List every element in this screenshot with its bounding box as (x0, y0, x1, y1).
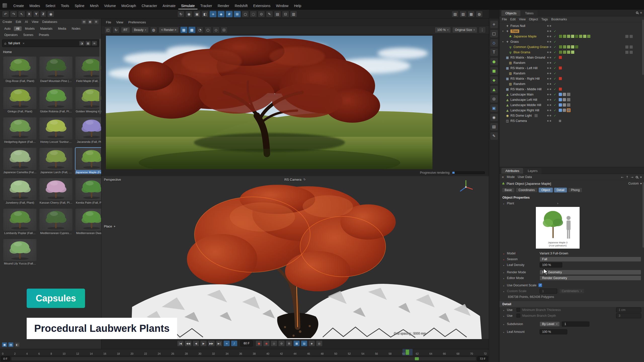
enabled-check-icon[interactable]: ✓ (554, 72, 556, 75)
key-position-button[interactable]: ◇ (271, 340, 277, 346)
goto-start-button[interactable]: |◀ (177, 340, 184, 346)
om-menu-item[interactable]: View (519, 18, 526, 21)
workplane-mode-button[interactable]: ✎ (266, 11, 273, 17)
landscape-tag-icons[interactable] (559, 93, 571, 96)
anim-dot[interactable] (502, 257, 505, 261)
viewport-camera-label[interactable]: RS Camera↻ (284, 178, 306, 182)
anim-dot[interactable] (502, 314, 505, 318)
restart-render-icon[interactable]: ↻ (112, 27, 119, 33)
object-tree-row[interactable]: RS Matrix - Right Hill ✓ (499, 76, 644, 81)
autokey-button[interactable]: ◉ (263, 340, 270, 346)
enabled-check-icon[interactable]: ✓ (554, 98, 556, 102)
info-icon[interactable]: ⊡ (221, 27, 228, 33)
leaf-amount-field[interactable]: 100 % (540, 329, 567, 334)
attr-lock-icon[interactable]: ▾ (640, 175, 642, 179)
asset-plant-item[interactable]: Field Maple (Fall, Plant) (75, 56, 101, 83)
material-swatches[interactable] (559, 50, 575, 54)
prev-key-button[interactable]: ◀◀ (185, 340, 192, 346)
guides-toggle[interactable]: ◌ (250, 11, 257, 17)
pointer-icon[interactable]: ↖ (18, 11, 25, 17)
asset-plant-item[interactable]: Honey Locust 'Sunbur… (39, 117, 73, 144)
record-button[interactable]: ● (256, 340, 262, 346)
menu-item[interactable]: Render (215, 3, 232, 9)
custom-scale-unit-dropdown[interactable]: Centimeters▾ (559, 289, 584, 294)
range-start-field[interactable]: 0 F (1, 356, 10, 361)
object-label[interactable]: Grass (510, 40, 519, 43)
enabled-check-icon[interactable]: ✓ (554, 77, 556, 80)
visibility-dots[interactable] (547, 41, 551, 42)
object-label[interactable]: Blue Grama (513, 51, 530, 54)
menu-item[interactable]: Animate (160, 3, 178, 9)
enabled-check-icon[interactable]: ✓ (554, 51, 556, 54)
object-label[interactable]: Random (513, 61, 525, 65)
menu-item[interactable]: Redshift (232, 3, 250, 9)
search-icon[interactable] (636, 12, 638, 14)
anim-dot[interactable] (502, 289, 505, 293)
object-label[interactable]: RS Dome Light (510, 114, 532, 117)
filter-icon[interactable]: ◑ (79, 41, 84, 46)
enabled-check-icon[interactable]: ✓ (554, 103, 556, 107)
spherical-camera-icon[interactable]: ◉ (490, 114, 498, 121)
redshift-matrix-icon[interactable] (559, 66, 562, 70)
zoom-dropdown[interactable]: 100 %▾ (435, 27, 451, 33)
render-picture-viewer-button[interactable]: ◉ (185, 11, 192, 17)
size-dropdown[interactable]: Original Size▾ (452, 27, 477, 33)
take-icon[interactable]: ▤ (490, 123, 498, 130)
object-tree-row[interactable]: RS Matrix - Main Ground ✓ (499, 55, 644, 60)
asset-filter-chip[interactable]: Presets (36, 33, 51, 37)
asset-filter-chip[interactable]: All (14, 26, 22, 31)
redshift-matrix-icon[interactable] (559, 77, 562, 80)
pv-menu-view[interactable]: View (116, 20, 123, 24)
asset-filter-chip[interactable]: Nodes (69, 26, 83, 31)
search-query[interactable]: fall plant (8, 41, 20, 45)
interactive-render-button[interactable]: ◧ (202, 11, 209, 17)
field-force-icon[interactable]: ◆ (490, 76, 498, 84)
sound-toggle-button[interactable]: ♪ (231, 340, 237, 346)
simulation-sphere-icon[interactable]: ● (490, 58, 498, 65)
asset-plant-item[interactable]: Golden Weeping Willo… (75, 86, 101, 114)
object-label[interactable]: RS Matrix - Left Hill (510, 66, 538, 70)
visibility-dots[interactable] (547, 104, 551, 106)
menu-item[interactable]: Simulate (178, 3, 197, 9)
asset-filter-chip[interactable]: Scenes (21, 33, 35, 37)
mode-tab[interactable]: Mode (507, 175, 515, 179)
attribute-tab-chip[interactable]: Phong (568, 188, 582, 193)
history-forward-icon[interactable]: → (631, 175, 633, 179)
custom-label[interactable]: Custom (628, 182, 639, 185)
history-up-icon[interactable]: ↑ (626, 175, 628, 179)
render-pass-dropdown[interactable]: Beauty▾ (132, 27, 149, 33)
asset-search-bar[interactable]: ⌂ fall plant × ◑ ▦ ≡ (2, 39, 99, 47)
om-menu-item[interactable]: File (502, 18, 507, 21)
asset-filter-chip[interactable]: Operators (2, 33, 20, 37)
anim-dot[interactable] (502, 276, 505, 280)
max-branch-field[interactable]: 3 (616, 313, 641, 318)
asset-plant-item[interactable]: Globe Robinia (Fall, Pl… (39, 86, 73, 114)
menu-item[interactable]: Mesh (87, 3, 101, 9)
menu-item[interactable]: Help (291, 3, 304, 9)
workplane-toggle[interactable]: ⊞ (234, 11, 241, 17)
enabled-check-icon[interactable]: ✓ (554, 61, 556, 65)
list-view-icon[interactable]: ▤ (82, 20, 87, 24)
anim-dot[interactable] (502, 263, 505, 267)
layout-standard-icon[interactable]: ▧ (452, 11, 459, 17)
object-tree-row[interactable]: ▾ Tree ✓ (499, 28, 644, 34)
asset-scrollbar[interactable] (99, 39, 101, 114)
menu-item[interactable]: Character (139, 3, 160, 9)
asset-plant-item[interactable]: Mediterranean Cypres… (39, 208, 73, 235)
object-tree-row[interactable]: ▾ Grass ✓ (499, 39, 644, 44)
object-tag-icons[interactable] (534, 114, 538, 117)
anim-dot[interactable] (502, 308, 505, 312)
ab-menu-edit[interactable]: Edit (16, 20, 21, 24)
asset-plant-item[interactable]: Japanese Larch (Fall, … (39, 147, 73, 174)
prev-frame-button[interactable]: ◀ (193, 340, 199, 346)
menu-item[interactable]: Spline (72, 3, 87, 9)
max-branch-checkbox[interactable] (516, 314, 520, 318)
section-detail[interactable]: Detail (499, 301, 644, 307)
range-channel[interactable] (11, 357, 476, 360)
object-label[interactable]: Focus Null (510, 24, 525, 28)
pv-menu-file[interactable]: File (106, 20, 111, 24)
redshift-matrix-icon[interactable] (559, 56, 562, 59)
playhead[interactable] (406, 349, 409, 355)
expand-caret[interactable]: ▾ (501, 40, 504, 43)
plant-preview-image[interactable]: Japanese Maple 3 (Acer palmatum) (536, 207, 580, 249)
